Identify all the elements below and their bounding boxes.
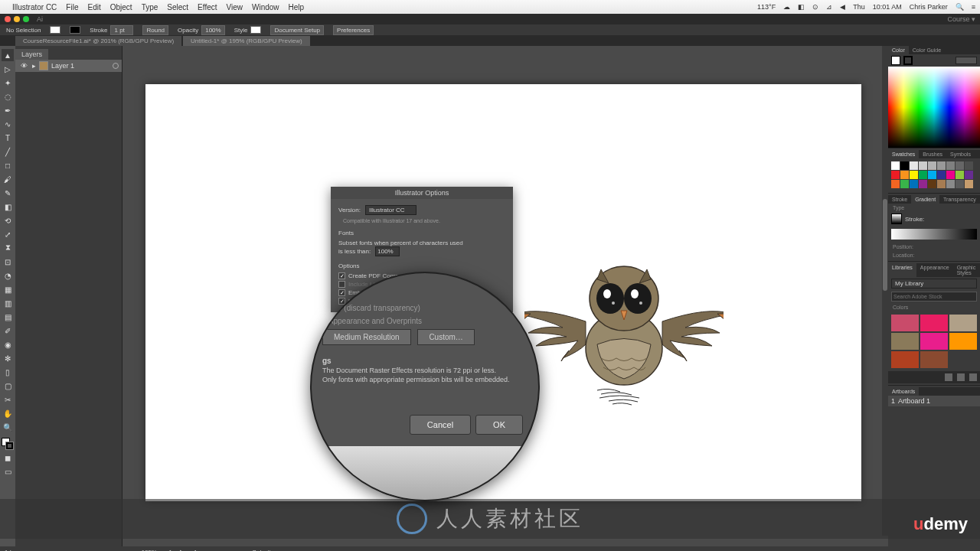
library-swatch[interactable] (920, 315, 948, 331)
layer-row[interactable]: 👁 ▸ Layer 1 (15, 60, 122, 72)
icc-checkbox[interactable] (338, 289, 345, 296)
menubar-icon[interactable]: ⊙ (812, 3, 818, 11)
nav-next[interactable]: ▶ (180, 549, 185, 552)
style-swatch[interactable] (250, 26, 261, 34)
lib-icon[interactable] (945, 373, 952, 381)
transparency-tab[interactable]: Transparency (939, 195, 980, 204)
swatch[interactable] (891, 171, 900, 179)
swatch[interactable] (919, 161, 927, 170)
version-dropdown[interactable]: Illustrator CC (365, 205, 416, 215)
doc-tab-1[interactable]: CourseResourceFile1.ai* @ 201% (RGB/GPU … (15, 36, 181, 46)
menu-help[interactable]: Help (289, 3, 305, 11)
eyedropper-tool[interactable]: ✐ (2, 324, 14, 337)
opacity-value[interactable]: 100% (201, 25, 224, 35)
symbol-sprayer-tool[interactable]: ✻ (2, 352, 14, 364)
menu-window[interactable]: Window (252, 3, 279, 11)
swatch[interactable] (919, 180, 927, 188)
app-menu[interactable]: Illustrator CC (12, 3, 57, 11)
swatch[interactable] (928, 171, 936, 179)
pen-tool[interactable]: ✒ (2, 104, 14, 116)
library-swatch[interactable] (949, 315, 977, 331)
column-graph-tool[interactable]: ▯ (2, 366, 14, 378)
visibility-icon[interactable]: 👁 (18, 62, 29, 70)
slice-tool[interactable]: ✂ (2, 393, 14, 406)
library-dropdown[interactable]: My Library (891, 279, 977, 289)
library-swatch[interactable] (891, 333, 919, 350)
magic-wand-tool[interactable]: ✦ (2, 77, 14, 89)
workspace-switcher[interactable]: Course ▾ (947, 15, 975, 23)
pencil-tool[interactable]: ✎ (2, 187, 14, 199)
colorguide-tab[interactable]: Color Guide (909, 46, 945, 54)
swatches-tab[interactable]: Swatches (888, 150, 919, 158)
swatch[interactable] (891, 161, 900, 170)
stroke-color[interactable] (5, 442, 14, 450)
swatch[interactable] (900, 171, 909, 179)
brush-preset[interactable]: Round (142, 25, 168, 35)
menu-object[interactable]: Object (110, 3, 132, 11)
fill-stroke-selector[interactable] (2, 438, 14, 450)
gradient-slider[interactable] (891, 229, 977, 240)
symbols-tab[interactable]: Symbols (946, 150, 975, 158)
stroke-swatch[interactable] (70, 26, 80, 34)
rectangle-tool[interactable]: □ (2, 159, 14, 171)
layers-tab[interactable]: Layers (15, 49, 48, 60)
shape-builder-tool[interactable]: ◔ (2, 269, 14, 282)
swatch[interactable] (937, 180, 946, 188)
doc-tab-2[interactable]: Untitled-1* @ 195% (RGB/GPU Preview) (183, 36, 310, 46)
swatch[interactable] (919, 171, 927, 179)
library-swatch[interactable] (920, 351, 948, 368)
ok-button[interactable]: OK (475, 415, 523, 435)
swatch[interactable] (956, 161, 964, 170)
swatch[interactable] (937, 161, 946, 170)
swatch[interactable] (946, 171, 955, 179)
fill-swatch[interactable] (50, 26, 60, 34)
gradient-tool[interactable]: ▤ (2, 311, 14, 323)
swatch[interactable] (928, 180, 936, 188)
artboard-name[interactable]: Artboard 1 (898, 397, 930, 405)
zoom-level[interactable]: 195% (142, 549, 157, 552)
mesh-tool[interactable]: ▥ (2, 297, 14, 309)
swatch[interactable] (900, 180, 909, 188)
gradient-tab[interactable]: Gradient (911, 195, 939, 204)
swatch[interactable] (910, 171, 918, 179)
library-swatch[interactable] (891, 315, 919, 331)
libraries-tab[interactable]: Libraries (888, 263, 916, 277)
direct-selection-tool[interactable]: ▷ (2, 63, 14, 75)
wifi-icon[interactable]: ⊿ (826, 3, 832, 11)
menu-effect[interactable]: Effect (198, 3, 217, 11)
search-input[interactable] (891, 292, 977, 302)
swatches-grid[interactable] (888, 158, 980, 191)
color-tab[interactable]: Color (888, 46, 909, 54)
target-icon[interactable] (113, 63, 119, 69)
subset-percent-input[interactable] (375, 246, 400, 256)
color-spectrum[interactable] (888, 67, 980, 148)
swatch[interactable] (928, 161, 936, 170)
library-colors[interactable] (888, 311, 980, 371)
artboard-nav[interactable]: 1 (194, 549, 197, 552)
scale-tool[interactable]: ⤢ (2, 228, 14, 240)
lasso-tool[interactable]: ◌ (2, 90, 14, 103)
line-tool[interactable]: ╱ (2, 145, 14, 158)
cancel-button[interactable]: Cancel (410, 415, 471, 435)
swatch[interactable] (965, 180, 973, 188)
notification-icon[interactable]: ≡ (972, 3, 975, 11)
artboards-tab[interactable]: Artboards (888, 387, 919, 396)
appearance-tab[interactable]: Appearance (916, 263, 953, 277)
resolution-dropdown[interactable]: Medium Resolution (322, 329, 411, 345)
fill-indicator[interactable] (891, 56, 900, 65)
library-swatch[interactable] (949, 333, 977, 350)
free-transform-tool[interactable]: ⊡ (2, 256, 14, 268)
hex-input[interactable] (956, 57, 977, 64)
swatch[interactable] (891, 180, 900, 188)
blend-tool[interactable]: ◉ (2, 338, 14, 350)
menu-type[interactable]: Type (142, 3, 158, 11)
type-tool[interactable]: T (2, 132, 14, 144)
menu-select[interactable]: Select (167, 3, 188, 11)
nav-prev[interactable]: ◀ (166, 549, 171, 552)
swatch[interactable] (937, 171, 946, 179)
swatch[interactable] (965, 161, 973, 170)
lib-icon[interactable] (969, 373, 977, 381)
volume-icon[interactable]: ◀ (840, 3, 845, 11)
lib-icon[interactable] (957, 373, 965, 381)
swatch[interactable] (946, 161, 955, 170)
